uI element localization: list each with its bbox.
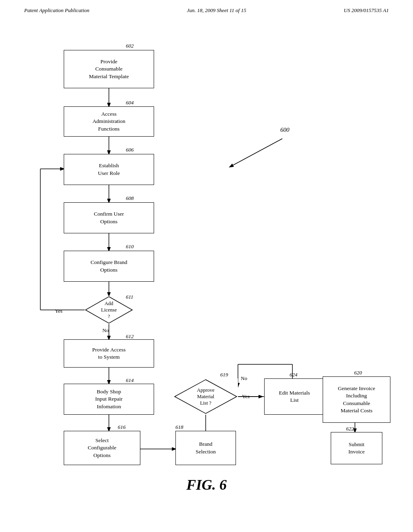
label-606: 606 <box>126 147 134 153</box>
box-622-label: SubmitInvoice <box>348 441 365 455</box>
label-620: 620 <box>354 370 362 376</box>
label-yes-611: Yes <box>55 308 63 314</box>
label-no-approve: No <box>241 375 247 382</box>
box-602: ProvideConsumableMaterial Template <box>64 50 154 88</box>
box-604: AccessAdministrationFunctions <box>64 106 154 137</box>
box-620-label: Generate InvoiceIncludingConsumableMater… <box>338 385 375 414</box>
diamond-approve-label: ApproveMaterialList ? <box>197 387 215 407</box>
header-middle: Jun. 18, 2009 Sheet 11 of 15 <box>187 7 246 14</box>
box-612: Provide Accessto System <box>64 339 154 368</box>
box-608-label: Confirm UserOptions <box>94 210 124 225</box>
box-624: Edit MaterialsList <box>264 378 325 415</box>
label-no-611: No <box>102 327 109 334</box>
label-616: 616 <box>118 424 126 430</box>
diagram-area: ProvideConsumableMaterial Template 602 A… <box>0 14 413 505</box>
box-624-label: Edit MaterialsList <box>279 389 310 404</box>
label-608: 608 <box>126 195 134 202</box>
box-612-label: Provide Accessto System <box>92 346 126 361</box>
box-602-label: ProvideConsumableMaterial Template <box>89 58 129 80</box>
page-header: Patent Application Publication Jun. 18, … <box>0 0 413 14</box>
box-616-label: SelectConfigurableOptions <box>88 437 116 459</box>
box-618: BrandSelection <box>175 431 236 465</box>
figure-caption: FIG. 6 <box>0 476 413 493</box>
box-618-label: BrandSelection <box>196 441 216 455</box>
box-610: Configure BrandOptions <box>64 251 154 282</box>
diamond-611-label: AddLicense? <box>101 300 117 320</box>
diamond-approve: ApproveMaterialList ? <box>173 378 238 415</box>
box-610-label: Configure BrandOptions <box>90 259 127 273</box>
label-622: 622 <box>346 426 354 432</box>
svg-line-20 <box>230 139 282 167</box>
box-614: Body ShopInput RepairInfomation <box>64 384 154 415</box>
label-611: 611 <box>126 294 133 300</box>
box-606-label: EstablishUser Role <box>98 162 120 177</box>
label-600: 600 <box>280 127 290 133</box>
box-620: Generate InvoiceIncludingConsumableMater… <box>323 376 390 423</box>
label-624: 624 <box>290 372 298 378</box>
label-602: 602 <box>126 43 134 49</box>
label-614: 614 <box>126 377 134 384</box>
header-left: Patent Application Publication <box>24 7 90 14</box>
label-612: 612 <box>126 333 134 340</box>
label-619: 619 <box>220 372 228 378</box>
box-614-label: Body ShopInput RepairInfomation <box>95 388 123 410</box>
box-608: Confirm UserOptions <box>64 202 154 233</box>
label-yes-approve: Yes <box>242 393 250 400</box>
box-604-label: AccessAdministrationFunctions <box>92 110 125 133</box>
label-618: 618 <box>175 424 184 430</box>
box-616: SelectConfigurableOptions <box>64 431 140 465</box>
box-606: EstablishUser Role <box>64 154 154 185</box>
box-622: SubmitInvoice <box>331 432 382 464</box>
label-604: 604 <box>126 100 134 106</box>
header-right: US 2009/0157535 A1 <box>344 7 389 14</box>
label-610: 610 <box>126 243 134 250</box>
